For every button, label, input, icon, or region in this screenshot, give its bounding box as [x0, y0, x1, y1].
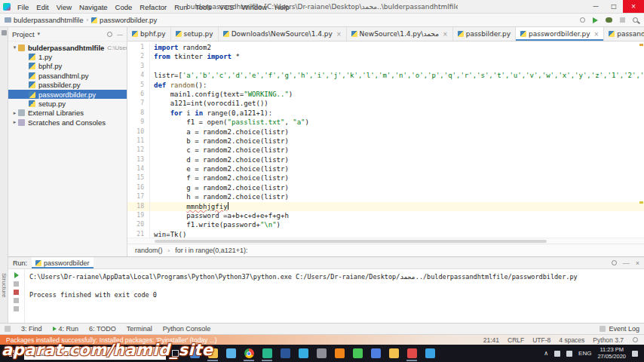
line-number[interactable]: 21: [127, 230, 150, 238]
close-icon[interactable]: ×: [593, 31, 599, 38]
taskbar-search[interactable]: اكتب هنا للبحث: [24, 347, 166, 360]
line-number[interactable]: 4: [127, 71, 150, 80]
maximize-button[interactable]: □: [605, 0, 623, 13]
code-line[interactable]: 6 main1.config(text="WORKING.."): [127, 90, 644, 99]
event-log-button[interactable]: Event Log: [600, 325, 639, 333]
line-number[interactable]: 6: [127, 90, 150, 99]
editor-tab[interactable]: passwordbilder.py×: [516, 27, 604, 41]
code-line[interactable]: 21win=Tk(): [127, 230, 644, 238]
line-number[interactable]: 15: [127, 173, 150, 183]
run-button[interactable]: [593, 17, 598, 23]
telegram-icon[interactable]: [296, 345, 310, 361]
line-number[interactable]: 2: [127, 52, 150, 61]
notifications-icon[interactable]: [633, 337, 638, 342]
code-line[interactable]: 17 h = random2.choice(listr): [127, 192, 644, 201]
search-everywhere-icon[interactable]: [633, 17, 638, 23]
editor-tab[interactable]: Downloads\NewSource\1.4.py×: [219, 27, 347, 41]
tool-window-button-pythonconsole[interactable]: Python Console: [163, 325, 211, 333]
line-number[interactable]: 14: [127, 164, 150, 173]
tray-expand-icon[interactable]: ∧: [544, 350, 548, 357]
pycharm-icon[interactable]: [260, 345, 274, 361]
line-number[interactable]: 8: [127, 109, 150, 118]
close-button[interactable]: ×: [623, 0, 644, 13]
code-line[interactable]: 8 for i in range(0,a121+1):: [127, 109, 644, 118]
breadcrumb-file[interactable]: passwordbilder.py: [91, 16, 157, 24]
close-icon[interactable]: ×: [636, 259, 639, 267]
volume-icon[interactable]: [566, 351, 572, 357]
tool-windows-icon[interactable]: [5, 326, 11, 332]
tool-window-button-find[interactable]: 3: Find: [21, 325, 42, 333]
code-line[interactable]: 10 a = random2.choice(listr): [127, 127, 644, 137]
task-view-button[interactable]: [168, 345, 182, 362]
clock[interactable]: 11:23 PM 27/05/2020: [597, 347, 626, 360]
media-icon[interactable]: [405, 345, 419, 361]
close-icon[interactable]: ×: [336, 31, 342, 38]
editor-tab[interactable]: passbilder.py: [453, 27, 516, 41]
line-number[interactable]: 17: [127, 192, 150, 201]
project-tree-item[interactable]: passbilder.py: [8, 81, 127, 90]
vscode-icon[interactable]: [423, 345, 437, 361]
file-explorer-icon[interactable]: [206, 345, 219, 361]
code-line[interactable]: 16 g = random2.choice(listr): [127, 183, 644, 192]
project-tree-item[interactable]: ▾bulderpassandhtmlfileC:\Users\Dr-ra: [8, 43, 127, 52]
project-tree-item[interactable]: bphf.py: [8, 62, 127, 71]
error-stripe-mark[interactable]: [639, 44, 643, 46]
project-tool-icon[interactable]: [2, 30, 7, 35]
code-line[interactable]: 12 c = random2.choice(listr): [127, 146, 644, 155]
run-options-icon[interactable]: [14, 281, 19, 287]
status-message[interactable]: Packages installed successfully: Install…: [6, 336, 217, 344]
rerun-button[interactable]: [14, 272, 19, 278]
line-number[interactable]: 5: [127, 81, 150, 90]
vlc-icon[interactable]: [333, 345, 346, 361]
minimize-button[interactable]: —: [587, 0, 605, 13]
chevron-icon[interactable]: ▾: [11, 44, 18, 51]
menu-file[interactable]: File: [14, 3, 32, 11]
code-line[interactable]: 2from tkinter import *: [127, 52, 644, 61]
editor-tab[interactable]: bphf.py: [127, 27, 171, 41]
gear-icon[interactable]: [107, 32, 112, 37]
word-icon[interactable]: [278, 345, 292, 361]
code-line[interactable]: 3: [127, 62, 644, 71]
project-tree-item[interactable]: passwordbilder.py: [8, 90, 127, 99]
scrollbar-thumb[interactable]: [155, 240, 547, 243]
tool-window-button-todo[interactable]: 6: TODO: [89, 325, 116, 333]
stop-button[interactable]: [14, 290, 19, 295]
code-editor[interactable]: 1import random22from tkinter import *34l…: [127, 41, 644, 238]
error-stripe-mark[interactable]: [639, 201, 643, 204]
run-console[interactable]: C:\Users\Dr-raiane\AppData\Local\Program…: [25, 269, 644, 323]
code-line[interactable]: 5def random():: [127, 81, 644, 90]
project-tree-item[interactable]: 1.py: [8, 52, 127, 61]
collapse-all-icon[interactable]: —: [117, 31, 123, 38]
chrome-icon[interactable]: [242, 345, 256, 361]
line-number[interactable]: 11: [127, 137, 150, 146]
editor-tab[interactable]: NewSource\1.4.py\محمد×: [347, 27, 453, 41]
code-line[interactable]: 4listr=['a','b','c','d','e','f','g','h',…: [127, 71, 644, 80]
breadcrumb-loop[interactable]: for i in range(0,a121+1):: [175, 247, 247, 254]
code-line[interactable]: 20 f1.write(password+"\n"): [127, 220, 644, 229]
network-icon[interactable]: [554, 351, 560, 357]
status-widget[interactable]: 21:41: [483, 336, 499, 344]
line-number[interactable]: 10: [127, 127, 150, 137]
code-line[interactable]: 11 b = random2.choice(listr): [127, 137, 644, 146]
status-widget[interactable]: Python 3.7: [593, 336, 624, 344]
code-line[interactable]: 7 a121=int(vorocdi1.get()): [127, 99, 644, 108]
editor-tab[interactable]: setup.py: [171, 27, 219, 41]
code-line[interactable]: 9 f1 = open("passlist.txt", "a"): [127, 118, 644, 127]
structure-tool-button[interactable]: Structure: [1, 273, 8, 297]
line-number[interactable]: 16: [127, 183, 150, 192]
project-panel-header[interactable]: Project ▾ —: [8, 27, 127, 41]
menu-refactor[interactable]: Refactor: [136, 3, 170, 11]
line-number[interactable]: 19: [127, 211, 150, 220]
tool-window-button-terminal[interactable]: Terminal: [127, 325, 152, 333]
menu-edit[interactable]: Edit: [32, 3, 52, 11]
code-line[interactable]: 18 mmnbhjgfiy: [127, 202, 644, 211]
status-widget[interactable]: CRLF: [508, 336, 524, 344]
menu-navigate[interactable]: Navigate: [75, 3, 112, 11]
status-widget[interactable]: UTF-8: [532, 336, 550, 344]
status-widget[interactable]: 4 spaces: [559, 336, 584, 344]
code-line[interactable]: 1import random2: [127, 43, 644, 52]
chevron-icon[interactable]: ▸: [11, 110, 18, 116]
app-icon[interactable]: [314, 345, 328, 361]
horizontal-scrollbar[interactable]: [127, 238, 644, 244]
pin-icon[interactable]: [14, 306, 19, 311]
